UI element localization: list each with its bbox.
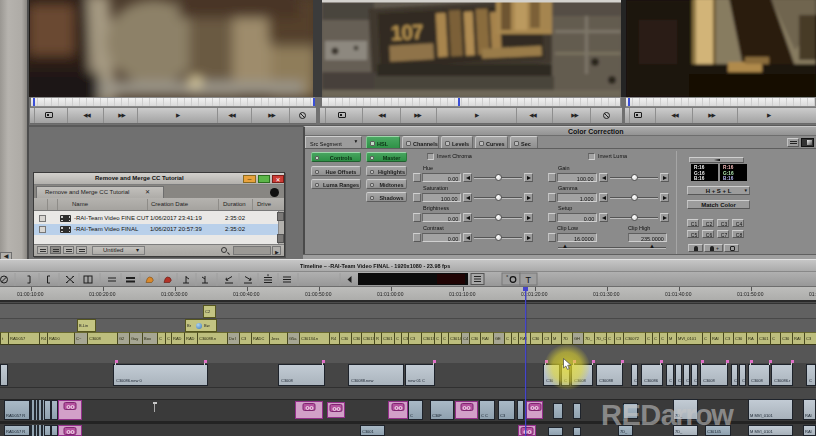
svg-text:T: T bbox=[526, 275, 532, 285]
svg-text:107: 107 bbox=[390, 20, 424, 45]
